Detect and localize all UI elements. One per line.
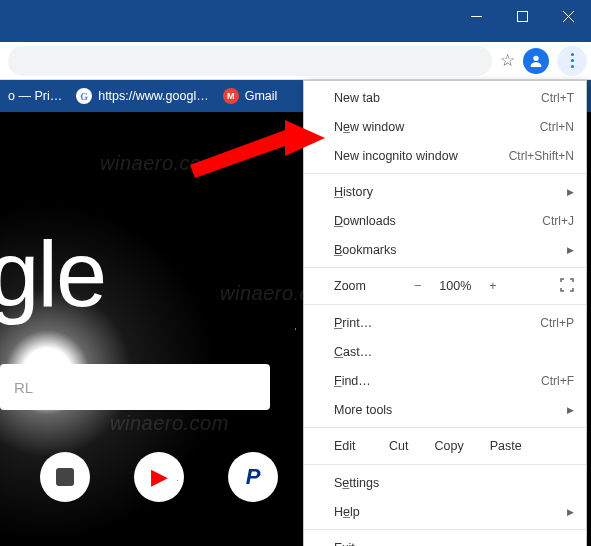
menu-label: Downloads	[334, 214, 542, 228]
menu-item-history[interactable]: History ▶	[304, 177, 586, 206]
bookmark-item[interactable]: G https://www.googl…	[76, 88, 208, 104]
menu-separator	[304, 267, 586, 268]
menu-label: Cast…	[334, 345, 574, 359]
menu-label: Find…	[334, 374, 541, 388]
menu-label: Edit	[334, 439, 389, 453]
menu-accelerator: Ctrl+T	[541, 91, 574, 105]
watermark: winaero.com	[100, 152, 219, 175]
menu-item-bookmarks[interactable]: Bookmarks ▶	[304, 235, 586, 264]
edit-copy-button[interactable]: Copy	[434, 439, 463, 453]
square-icon	[56, 468, 74, 486]
address-bar[interactable]	[8, 46, 492, 76]
maximize-button[interactable]	[499, 0, 545, 32]
menu-item-cast[interactable]: Cast…	[304, 337, 586, 366]
google-logo: oogle	[0, 222, 105, 327]
minimize-button[interactable]	[453, 0, 499, 32]
shortcuts-row: ▶ P	[40, 452, 278, 502]
menu-item-new-incognito[interactable]: New incognito window Ctrl+Shift+N	[304, 141, 586, 170]
menu-label: More tools	[334, 403, 567, 417]
bookmark-item[interactable]: o — Pri…	[8, 89, 62, 103]
chrome-main-menu: New tab Ctrl+T New window Ctrl+N New inc…	[303, 80, 587, 546]
chevron-right-icon: ▶	[567, 507, 574, 517]
user-icon	[528, 53, 544, 69]
menu-label: New window	[334, 120, 540, 134]
search-placeholder: RL	[14, 379, 33, 396]
window-controls	[453, 0, 591, 32]
menu-accelerator: Ctrl+N	[540, 120, 574, 134]
menu-accelerator: Ctrl+F	[541, 374, 574, 388]
gmail-favicon-icon: M	[223, 88, 239, 104]
fullscreen-button[interactable]	[560, 278, 574, 295]
google-search-input[interactable]: RL	[0, 364, 270, 410]
toolbar: ☆	[0, 42, 591, 80]
menu-accelerator: Ctrl+P	[540, 316, 574, 330]
menu-label: Print…	[334, 316, 540, 330]
shortcut-item[interactable]: ▶	[134, 452, 184, 502]
profile-avatar-button[interactable]	[523, 48, 549, 74]
menu-item-settings[interactable]: Settings	[304, 468, 586, 497]
menu-separator	[304, 304, 586, 305]
chevron-right-icon: ▶	[567, 405, 574, 415]
menu-label: Help	[334, 505, 567, 519]
tab-strip	[0, 32, 591, 42]
paypal-icon: P	[246, 464, 261, 490]
bookmark-label: o — Pri…	[8, 89, 62, 103]
watermark: winaero.com	[110, 412, 229, 435]
chevron-right-icon: ▶	[567, 245, 574, 255]
menu-item-downloads[interactable]: Downloads Ctrl+J	[304, 206, 586, 235]
fullscreen-icon	[560, 278, 574, 292]
zoom-in-button[interactable]: +	[489, 279, 496, 293]
bookmark-label: Gmail	[245, 89, 278, 103]
bookmark-label: https://www.googl…	[98, 89, 208, 103]
window-titlebar	[0, 0, 591, 32]
edit-paste-button[interactable]: Paste	[490, 439, 522, 453]
svg-rect-1	[517, 11, 527, 21]
dots-vertical-icon	[571, 53, 574, 68]
svg-point-4	[533, 55, 538, 60]
menu-item-help[interactable]: Help ▶	[304, 497, 586, 526]
menu-label: Bookmarks	[334, 243, 567, 257]
menu-accelerator: Ctrl+J	[542, 214, 574, 228]
shortcut-item[interactable]: P	[228, 452, 278, 502]
menu-separator	[304, 529, 586, 530]
close-button[interactable]	[545, 0, 591, 32]
menu-item-zoom: Zoom − 100% +	[304, 271, 586, 301]
menu-accelerator: Ctrl+Shift+N	[509, 149, 574, 163]
menu-label: New tab	[334, 91, 541, 105]
google-favicon-icon: G	[76, 88, 92, 104]
menu-label: Exit	[334, 541, 574, 547]
youtube-icon: ▶	[151, 464, 168, 490]
menu-separator	[304, 427, 586, 428]
menu-separator	[304, 464, 586, 465]
menu-label: History	[334, 185, 567, 199]
menu-item-print[interactable]: Print… Ctrl+P	[304, 308, 586, 337]
menu-label: Zoom	[334, 279, 414, 293]
menu-label: Settings	[334, 476, 574, 490]
menu-label: New incognito window	[334, 149, 509, 163]
edit-cut-button[interactable]: Cut	[389, 439, 408, 453]
menu-item-new-tab[interactable]: New tab Ctrl+T	[304, 83, 586, 112]
menu-separator	[304, 173, 586, 174]
zoom-value: 100%	[439, 279, 471, 293]
bookmark-item[interactable]: M Gmail	[223, 88, 278, 104]
shortcut-item[interactable]	[40, 452, 90, 502]
chrome-menu-button[interactable]	[557, 46, 587, 76]
chevron-right-icon: ▶	[567, 187, 574, 197]
zoom-out-button[interactable]: −	[414, 279, 421, 293]
menu-item-exit[interactable]: Exit	[304, 533, 586, 546]
menu-item-new-window[interactable]: New window Ctrl+N	[304, 112, 586, 141]
bookmark-star-icon[interactable]: ☆	[500, 50, 515, 71]
menu-item-edit: Edit Cut Copy Paste	[304, 431, 586, 461]
menu-item-find[interactable]: Find… Ctrl+F	[304, 366, 586, 395]
menu-item-more-tools[interactable]: More tools ▶	[304, 395, 586, 424]
